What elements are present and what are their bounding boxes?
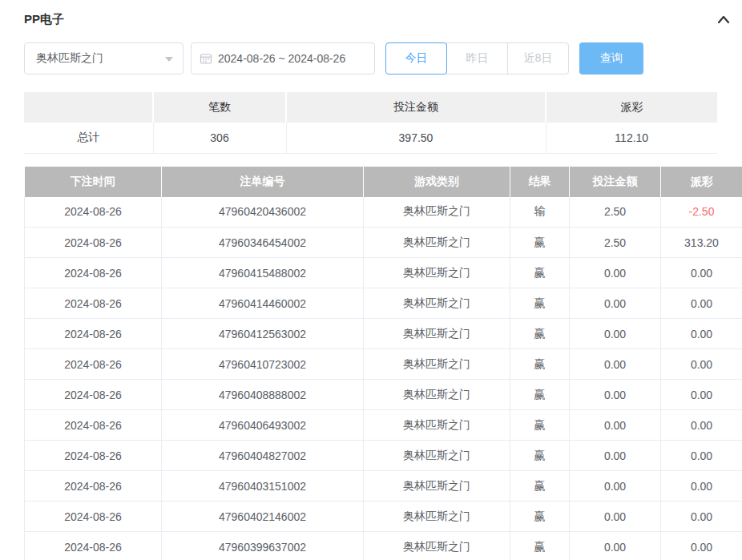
- summary-header-empty: [24, 92, 153, 123]
- calendar-icon: [200, 52, 212, 65]
- cell-payout: 0.00: [661, 441, 742, 471]
- cell-payout: 0.00: [661, 471, 742, 502]
- cell-bet-amount: 2.50: [570, 197, 661, 228]
- caret-down-icon: [165, 57, 173, 66]
- cell-bet-amount: 0.00: [570, 471, 661, 502]
- cell-order-no: 47960415488002: [162, 258, 364, 288]
- cell-order-no: 47960410723002: [162, 349, 364, 380]
- cell-result: 赢: [510, 441, 570, 471]
- header-bet-time: 下注时间: [25, 167, 162, 197]
- cell-game-type: 奥林匹斯之门: [364, 532, 510, 560]
- cell-bet-time: 2024-08-26: [25, 441, 162, 471]
- summary-total-bet-amount: 397.50: [286, 123, 546, 153]
- cell-result: 赢: [510, 502, 570, 532]
- cell-bet-time: 2024-08-26: [25, 410, 162, 441]
- cell-bet-time: 2024-08-26: [25, 258, 162, 288]
- cell-order-no: 47960346454002: [162, 228, 364, 258]
- cell-game-type: 奥林匹斯之门: [364, 258, 510, 288]
- chevron-up-icon: [716, 15, 731, 27]
- table-row: 2024-08-26 47960415488002 奥林匹斯之门 赢 0.00 …: [25, 258, 742, 288]
- cell-bet-amount: 0.00: [570, 380, 661, 410]
- summary-header-row: 笔数 投注金额 派彩: [24, 92, 717, 123]
- filter-bar: 奥林匹斯之门 2024-08-26 ~ 2024-08-26 今日 昨日 近: [24, 42, 742, 75]
- table-row: 2024-08-26 47960412563002 奥林匹斯之门 赢 0.00 …: [25, 319, 742, 349]
- table-row: 2024-08-26 47960404827002 奥林匹斯之门 赢 0.00 …: [25, 441, 742, 471]
- game-select[interactable]: 奥林匹斯之门: [24, 42, 183, 75]
- cell-bet-time: 2024-08-26: [25, 471, 162, 502]
- cell-order-no: 47960403151002: [162, 471, 364, 502]
- cell-result: 赢: [510, 380, 570, 410]
- cell-payout: 0.00: [661, 288, 742, 319]
- date-range-picker[interactable]: 2024-08-26 ~ 2024-08-26: [191, 42, 375, 75]
- cell-order-no: 47960408888002: [162, 380, 364, 410]
- cell-result: 输: [510, 197, 570, 228]
- table-row: 2024-08-26 47960406493002 奥林匹斯之门 赢 0.00 …: [25, 410, 742, 441]
- yesterday-button[interactable]: 昨日: [446, 42, 508, 75]
- cell-bet-time: 2024-08-26: [25, 532, 162, 560]
- cell-bet-amount: 0.00: [570, 349, 661, 380]
- cell-order-no: 47960420436002: [162, 197, 364, 228]
- cell-game-type: 奥林匹斯之门: [364, 288, 510, 319]
- cell-result: 赢: [510, 288, 570, 319]
- table-row: 2024-08-26 47960420436002 奥林匹斯之门 输 2.50 …: [25, 197, 742, 228]
- cell-game-type: 奥林匹斯之门: [364, 502, 510, 532]
- summary-total-label: 总计: [24, 123, 153, 153]
- pp-electronic-panel: PP电子 奥林匹斯之门: [0, 0, 742, 560]
- cell-result: 赢: [510, 471, 570, 502]
- summary-table: 笔数 投注金额 派彩 总计 306 397.50 112.10: [24, 92, 717, 154]
- last-8-days-button[interactable]: 近8日: [507, 42, 569, 75]
- cell-payout: -2.50: [661, 197, 742, 228]
- cell-order-no: 47960399637002: [162, 532, 364, 560]
- header-order-no: 注单编号: [162, 167, 364, 197]
- table-row: 2024-08-26 47960410723002 奥林匹斯之门 赢 0.00 …: [25, 349, 742, 380]
- cell-payout: 0.00: [661, 532, 742, 560]
- cell-bet-amount: 0.00: [570, 319, 661, 349]
- header-result: 结果: [510, 167, 570, 197]
- cell-game-type: 奥林匹斯之门: [364, 228, 510, 258]
- cell-payout: 0.00: [661, 319, 742, 349]
- cell-bet-time: 2024-08-26: [25, 319, 162, 349]
- cell-bet-amount: 0.00: [570, 502, 661, 532]
- date-range-value: 2024-08-26 ~ 2024-08-26: [218, 52, 345, 65]
- summary-total-payout: 112.10: [546, 123, 717, 153]
- table-row: 2024-08-26 47960408888002 奥林匹斯之门 赢 0.00 …: [25, 380, 742, 410]
- cell-payout: 0.00: [661, 349, 742, 380]
- cell-order-no: 47960406493002: [162, 410, 364, 441]
- cell-payout: 0.00: [661, 502, 742, 532]
- cell-result: 赢: [510, 532, 570, 560]
- cell-bet-time: 2024-08-26: [25, 228, 162, 258]
- table-row: 2024-08-26 47960403151002 奥林匹斯之门 赢 0.00 …: [25, 471, 742, 502]
- cell-game-type: 奥林匹斯之门: [364, 197, 510, 228]
- cell-order-no: 47960402146002: [162, 502, 364, 532]
- today-button[interactable]: 今日: [385, 42, 447, 75]
- cell-payout: 313.20: [661, 228, 742, 258]
- quick-filter-group: 今日 昨日 近8日: [385, 42, 569, 75]
- summary-total-row: 总计 306 397.50 112.10: [24, 123, 717, 153]
- cell-result: 赢: [510, 258, 570, 288]
- cell-bet-amount: 0.00: [570, 288, 661, 319]
- cell-bet-time: 2024-08-26: [25, 502, 162, 532]
- cell-result: 赢: [510, 349, 570, 380]
- table-row: 2024-08-26 47960402146002 奥林匹斯之门 赢 0.00 …: [25, 502, 742, 532]
- cell-bet-amount: 0.00: [570, 410, 661, 441]
- cell-bet-amount: 0.00: [570, 532, 661, 560]
- bet-records-table: 下注时间 注单编号 游戏类别 结果 投注金额 派彩 2024-08-26 479…: [24, 167, 742, 560]
- header-game-type: 游戏类别: [364, 167, 510, 197]
- cell-payout: 0.00: [661, 258, 742, 288]
- cell-result: 赢: [510, 410, 570, 441]
- summary-header-bet-amount: 投注金额: [286, 92, 546, 123]
- cell-result: 赢: [510, 228, 570, 258]
- collapse-button[interactable]: [715, 12, 732, 26]
- cell-payout: 0.00: [661, 380, 742, 410]
- cell-order-no: 47960404827002: [162, 441, 364, 471]
- cell-game-type: 奥林匹斯之门: [364, 441, 510, 471]
- header-payout: 派彩: [661, 167, 742, 197]
- panel-title: PP电子: [24, 12, 64, 27]
- cell-result: 赢: [510, 319, 570, 349]
- cell-bet-amount: 2.50: [570, 228, 661, 258]
- cell-bet-time: 2024-08-26: [25, 197, 162, 228]
- search-button[interactable]: 查询: [579, 42, 643, 75]
- records-header-row: 下注时间 注单编号 游戏类别 结果 投注金额 派彩: [25, 167, 742, 197]
- table-row: 2024-08-26 47960346454002 奥林匹斯之门 赢 2.50 …: [25, 228, 742, 258]
- summary-header-payout: 派彩: [546, 92, 717, 123]
